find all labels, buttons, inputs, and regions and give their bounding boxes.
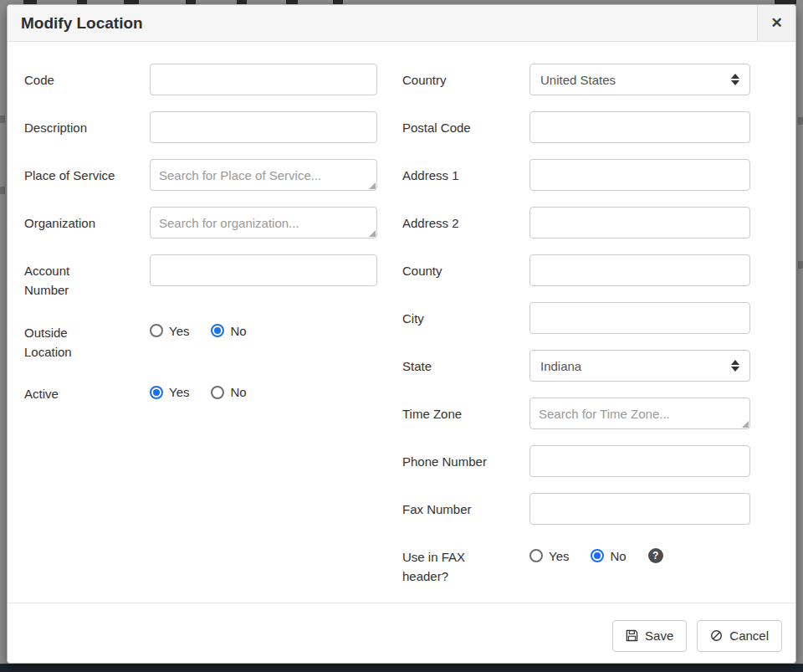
form-row-country: Country United States <box>402 64 750 95</box>
help-icon[interactable]: ? <box>648 548 663 563</box>
background-page-fragment <box>0 115 5 123</box>
form-row-place-of-service: Place of Service <box>24 159 377 191</box>
form-row-account-number: Account Number <box>24 254 377 300</box>
radio-checked-icon[interactable] <box>211 324 224 337</box>
city-label: City <box>402 302 529 328</box>
outside-location-label: Outside Location <box>24 316 150 362</box>
outside-location-yes-option[interactable]: Yes <box>150 324 189 338</box>
country-selected-value: United States <box>540 73 616 87</box>
radio-unchecked-icon[interactable] <box>150 324 163 337</box>
form-row-active: Active Yes No <box>24 377 377 403</box>
active-label: Active <box>24 377 150 403</box>
background-page-fragment <box>798 261 803 269</box>
country-select[interactable]: United States <box>529 64 750 95</box>
form-row-fax-number: Fax Number <box>402 493 750 525</box>
time-zone-search-input[interactable] <box>529 398 750 429</box>
organization-label: Organization <box>24 207 150 233</box>
fax-number-label: Fax Number <box>402 493 529 519</box>
outside-location-no-option[interactable]: No <box>211 324 246 338</box>
form-row-postal-code: Postal Code <box>402 111 750 143</box>
cancel-icon <box>710 629 723 642</box>
country-label: Country <box>402 64 529 90</box>
form-row-outside-location: Outside Location Yes No <box>24 316 377 362</box>
close-button[interactable]: ✕ <box>757 5 795 41</box>
cancel-button[interactable]: Cancel <box>697 620 782 652</box>
description-input[interactable] <box>150 111 377 143</box>
select-arrows-icon <box>731 360 739 372</box>
account-number-label: Account Number <box>24 254 150 300</box>
postal-code-label: Postal Code <box>402 111 529 137</box>
form-row-phone-number: Phone Number <box>402 445 750 477</box>
description-label: Description <box>24 111 150 137</box>
use-in-fax-header-yes-option[interactable]: Yes <box>529 549 569 563</box>
form-row-address-2: Address 2 <box>402 207 750 239</box>
cancel-button-label: Cancel <box>729 628 769 643</box>
save-button-label: Save <box>645 628 673 643</box>
form-column-right: Country United States Postal Code Addres… <box>402 64 750 603</box>
select-arrows-icon <box>731 74 739 85</box>
radio-option-label: Yes <box>169 324 189 338</box>
use-in-fax-header-label: Use in FAX header? <box>402 541 529 587</box>
postal-code-input[interactable] <box>529 111 750 143</box>
state-selected-value: Indiana <box>540 359 581 373</box>
radio-unchecked-icon[interactable] <box>529 549 543 562</box>
code-input[interactable] <box>150 64 377 95</box>
background-page-fragment <box>798 117 803 125</box>
time-zone-label: Time Zone <box>402 398 529 423</box>
radio-checked-icon[interactable] <box>150 386 163 399</box>
address-1-input[interactable] <box>529 159 750 191</box>
radio-option-label: No <box>230 324 246 338</box>
radio-option-label: Yes <box>549 549 569 563</box>
outside-location-radio-group: Yes No <box>150 316 377 338</box>
form-row-state: State Indiana <box>402 350 750 382</box>
save-button[interactable]: Save <box>612 620 687 652</box>
form-row-time-zone: Time Zone <box>402 398 750 429</box>
organization-search-input[interactable] <box>150 207 377 239</box>
background-page-fragment <box>0 187 5 194</box>
phone-number-input[interactable] <box>529 445 750 477</box>
form-row-city: City <box>402 302 750 334</box>
place-of-service-search-input[interactable] <box>150 159 377 191</box>
radio-checked-icon[interactable] <box>591 549 604 562</box>
dropdown-corner-icon <box>742 421 749 428</box>
active-no-option[interactable]: No <box>211 385 246 399</box>
form-row-code: Code <box>24 64 377 95</box>
place-of-service-label: Place of Service <box>24 159 150 185</box>
use-in-fax-header-radio-group: Yes No ? <box>529 541 750 563</box>
address-2-label: Address 2 <box>402 207 529 233</box>
form-row-use-in-fax-header: Use in FAX header? Yes No ? <box>402 541 750 587</box>
form-column-left: Code Description Place of Service Organi… <box>24 64 377 603</box>
dropdown-corner-icon <box>369 230 376 237</box>
city-input[interactable] <box>529 302 750 334</box>
radio-option-label: No <box>230 385 246 399</box>
radio-option-label: No <box>610 549 626 563</box>
address-2-input[interactable] <box>529 207 750 239</box>
form-row-description: Description <box>24 111 377 143</box>
modal-footer: Save Cancel <box>8 603 795 670</box>
county-label: County <box>402 254 529 280</box>
modify-location-modal: Modify Location ✕ Code Description Place… <box>7 4 796 664</box>
state-select[interactable]: Indiana <box>529 350 750 382</box>
dropdown-corner-icon <box>369 182 376 189</box>
radio-option-label: Yes <box>169 385 189 399</box>
account-number-input[interactable] <box>150 254 377 286</box>
modal-title: Modify Location <box>8 5 143 41</box>
address-1-label: Address 1 <box>402 159 529 185</box>
active-radio-group: Yes No <box>150 377 377 399</box>
form-row-organization: Organization <box>24 207 377 239</box>
form-row-county: County <box>402 254 750 286</box>
county-input[interactable] <box>529 254 750 286</box>
fax-number-input[interactable] <box>529 493 750 525</box>
save-icon <box>626 629 638 642</box>
modal-header: Modify Location ✕ <box>8 5 795 42</box>
code-label: Code <box>24 64 150 90</box>
state-label: State <box>402 350 529 376</box>
close-icon: ✕ <box>770 14 782 32</box>
modal-body: Code Description Place of Service Organi… <box>8 42 795 603</box>
use-in-fax-header-no-option[interactable]: No <box>591 549 626 563</box>
active-yes-option[interactable]: Yes <box>150 385 189 399</box>
phone-number-label: Phone Number <box>402 445 529 471</box>
form-row-address-1: Address 1 <box>402 159 750 191</box>
radio-unchecked-icon[interactable] <box>211 386 224 399</box>
